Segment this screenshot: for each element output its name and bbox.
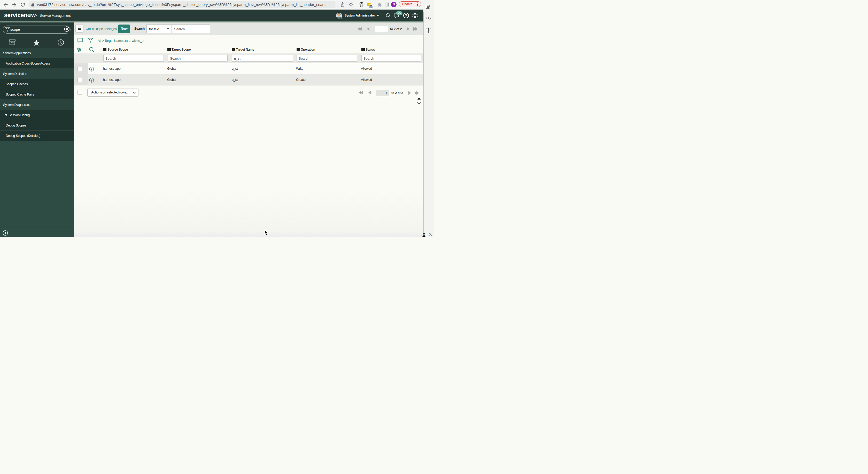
svg-text:3: 3 xyxy=(370,5,371,8)
